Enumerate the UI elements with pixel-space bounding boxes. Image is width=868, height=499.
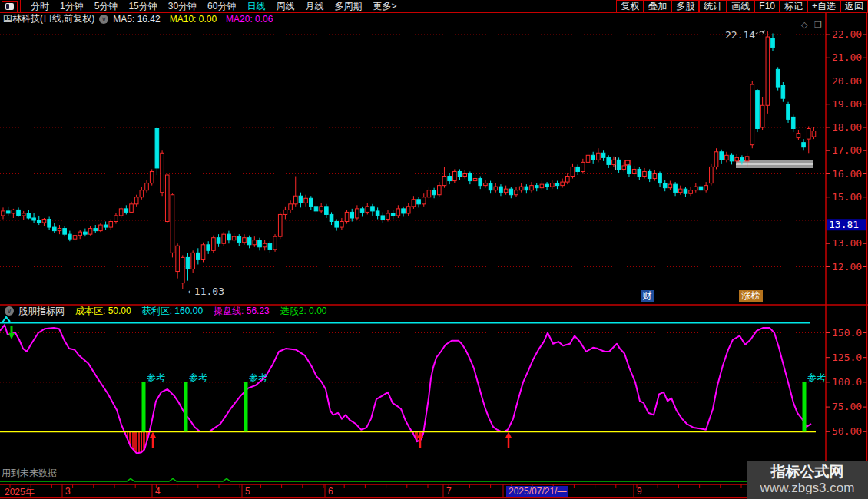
ma10-value: MA10: 0.00 xyxy=(170,14,217,25)
svg-text:125.0: 125.0 xyxy=(832,352,862,363)
indicator-name: 股朋指标网 xyxy=(18,305,65,318)
svg-text:参考: 参考 xyxy=(189,372,207,383)
svg-text:参考: 参考 xyxy=(147,372,165,383)
diamond-icon[interactable]: ◇ xyxy=(801,20,807,30)
svg-text:75.00: 75.00 xyxy=(832,401,862,412)
menu-item-7[interactable]: 周线 xyxy=(270,0,300,13)
split-window-icon[interactable]: ❐ xyxy=(814,20,822,30)
svg-text:19.00: 19.00 xyxy=(832,98,862,110)
svg-text:←11.03: ←11.03 xyxy=(188,286,224,297)
menu-item-5[interactable]: 60分钟 xyxy=(202,0,241,13)
toolbar-button-1[interactable]: 叠加 xyxy=(644,0,671,12)
toolbar-button-5[interactable]: F10 xyxy=(754,0,780,12)
period-menu: 分时1分钟5分钟15分钟30分钟60分钟日线周线月线多周期更多> xyxy=(25,0,402,13)
indicator-header: ∨ 股朋指标网 成本区: 50.00 获利区: 160.00 操盘线: 56.2… xyxy=(0,306,822,316)
top-menubar: 分时1分钟5分钟15分钟30分钟60分钟日线周线月线多周期更多> 复权叠加多股统… xyxy=(0,0,868,13)
watermark: 指标公式网 www.zbgs3.com xyxy=(747,461,868,499)
menu-item-6[interactable]: 日线 xyxy=(241,0,270,13)
menu-item-10[interactable]: 更多> xyxy=(367,0,402,13)
svg-text:参考: 参考 xyxy=(807,372,826,383)
watermark-url: www.zbgs3.com xyxy=(760,481,855,496)
candlestick-layer xyxy=(2,31,816,289)
finance-badge[interactable]: 财 xyxy=(641,290,654,302)
tool-menu: 复权叠加多股统计画线F10标记+自选返回 xyxy=(616,0,868,12)
indicator-profit-value: 获利区: 160.00 xyxy=(142,305,203,318)
toolbar-button-8[interactable]: 返回 xyxy=(840,0,868,12)
ma5-value: MA5: 16.42 xyxy=(113,14,160,25)
svg-text:13.00: 13.00 xyxy=(832,237,862,249)
menu-item-1[interactable]: 1分钟 xyxy=(55,0,89,13)
svg-text:13.81: 13.81 xyxy=(829,219,859,230)
indicator-select-value: 选股2: 0.00 xyxy=(280,305,327,318)
annotation-layer: 22.14←11.03 xyxy=(188,29,765,297)
main-price-axis: 22.0021.0020.0019.0018.0017.0016.0015.00… xyxy=(826,13,867,484)
watermark-title: 指标公式网 xyxy=(771,464,844,481)
date-tick-label: 7 xyxy=(446,486,452,497)
svg-text:18.00: 18.00 xyxy=(832,121,862,133)
menu-item-0[interactable]: 分时 xyxy=(25,0,55,13)
date-tick-label: 3 xyxy=(65,486,71,497)
indicator-operate-value: 操盘线: 56.23 xyxy=(214,305,270,318)
svg-text:15.00: 15.00 xyxy=(832,191,862,203)
toolbar-button-0[interactable]: 复权 xyxy=(616,0,644,12)
date-tick-label: 4 xyxy=(155,486,161,497)
svg-text:21.00: 21.00 xyxy=(832,51,862,63)
drawing-band-layer xyxy=(615,157,813,170)
date-tick-label: 2025年 xyxy=(5,486,35,499)
future-data-warning: 用到未来数据 xyxy=(2,467,57,480)
menu-item-4[interactable]: 30分钟 xyxy=(163,0,202,13)
selected-date-label: 2025/07/21/— xyxy=(506,486,568,497)
date-tick-label: 9 xyxy=(637,486,642,497)
svg-text:150.0: 150.0 xyxy=(832,327,862,339)
svg-text:20.00: 20.00 xyxy=(832,75,862,87)
chart-canvas[interactable]: 22.14←11.0322.0021.0020.0019.0018.0017.0… xyxy=(0,0,868,499)
svg-text:参考: 参考 xyxy=(249,372,267,383)
svg-text:16.00: 16.00 xyxy=(832,168,862,180)
svg-text:22.00: 22.00 xyxy=(832,28,862,40)
svg-text:50.00: 50.00 xyxy=(832,425,862,437)
toolbar-button-4[interactable]: 画线 xyxy=(727,0,754,12)
svg-text:17.00: 17.00 xyxy=(832,144,862,156)
chevron-down-icon[interactable]: ∨ xyxy=(5,306,14,316)
menu-item-2[interactable]: 5分钟 xyxy=(89,0,124,13)
main-grid-layer xyxy=(0,35,826,267)
date-tick-label: 5 xyxy=(245,486,250,497)
menu-item-3[interactable]: 15分钟 xyxy=(123,0,162,13)
chevron-down-icon[interactable]: ∨ xyxy=(99,15,108,24)
toolbar-button-2[interactable]: 多股 xyxy=(671,0,699,12)
date-tick-label: 6 xyxy=(328,486,333,497)
rank-badge[interactable]: 涨榜 xyxy=(739,290,763,302)
svg-text:100.0: 100.0 xyxy=(832,376,862,388)
menu-item-8[interactable]: 月线 xyxy=(300,0,329,13)
toolbar-button-7[interactable]: +自选 xyxy=(807,0,840,12)
menu-divider xyxy=(20,0,21,12)
indicator-layer: 参考参考参考参考 xyxy=(0,317,826,454)
toolbar-button-6[interactable]: 标记 xyxy=(780,0,807,12)
svg-text:12.00: 12.00 xyxy=(832,261,862,273)
toolbar-button-3[interactable]: 统计 xyxy=(699,0,727,12)
layout-icon[interactable] xyxy=(2,1,18,12)
symbol-title: 国林科技(日线,前复权) xyxy=(3,12,94,25)
menu-item-9[interactable]: 多周期 xyxy=(329,0,367,13)
title-bar: 国林科技(日线,前复权) ∨ MA5: 16.42 MA10: 0.00 MA2… xyxy=(0,14,826,24)
date-axis[interactable]: 2025年345672025/07/21/—9 xyxy=(0,485,868,498)
indicator-axis: 150.0125.0100.075.0050.00 xyxy=(826,327,867,438)
svg-text:22.14: 22.14 xyxy=(725,29,755,41)
ma20-value: MA20: 0.06 xyxy=(226,14,273,25)
indicator-cost-value: 成本区: 50.00 xyxy=(75,305,131,318)
